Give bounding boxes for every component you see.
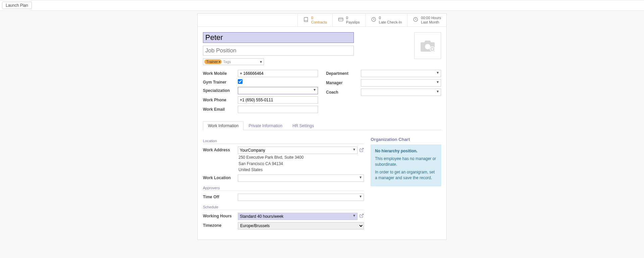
department-label: Department: [326, 71, 361, 76]
address-line2: San Francisco CA 94134: [238, 161, 364, 166]
svg-rect-0: [338, 18, 343, 21]
org-chart-title: Organization Chart: [371, 137, 441, 142]
stat-payslips-label: Payslips: [346, 20, 360, 24]
address-line3: United States: [238, 167, 364, 172]
section-schedule: Schedule: [203, 205, 364, 210]
org-alert-text1: This employee has no manager or subordin…: [375, 156, 437, 167]
specialization-input[interactable]: [238, 87, 318, 94]
avatar-upload[interactable]: [414, 32, 441, 59]
stat-hours-num: 00:00 Hours: [421, 16, 441, 20]
chevron-down-icon[interactable]: ▼: [259, 60, 263, 64]
org-alert-heading: No hierarchy position.: [375, 148, 437, 154]
svg-line-7: [361, 214, 363, 216]
coach-input[interactable]: [361, 89, 441, 96]
stat-hours-label: Last Month: [421, 20, 441, 24]
camera-icon: [420, 39, 436, 52]
stat-contracts[interactable]: 0 Contracts: [298, 14, 332, 27]
section-location: Location: [203, 139, 364, 144]
tags-input[interactable]: Trainer × Tags ▼: [203, 58, 264, 65]
stat-late-label: Late Check-In: [379, 20, 402, 24]
tag-trainer: Trainer ×: [204, 59, 222, 64]
section-approvers: Approvers: [203, 186, 364, 191]
svg-line-6: [361, 148, 363, 150]
work-email-label: Work Email: [203, 107, 238, 112]
work-location-label: Work Location: [203, 174, 238, 180]
working-hours-input[interactable]: [238, 213, 358, 220]
working-hours-label: Working Hours: [203, 213, 238, 218]
stat-payslips[interactable]: 0 Payslips: [332, 14, 365, 27]
stat-late-num: 0: [379, 16, 402, 20]
job-position-input[interactable]: [203, 46, 354, 56]
tab-private-information[interactable]: Private Information: [244, 121, 287, 130]
form-sheet: 0 Contracts 0 Payslips 0 Late Check-In: [197, 13, 447, 240]
tab-work-information[interactable]: Work Information: [203, 121, 244, 130]
stat-hours[interactable]: 00:00 Hours Last Month: [407, 14, 446, 27]
address-line1: 250 Executive Park Blvd, Suite 3400: [238, 155, 364, 160]
launch-plan-button[interactable]: Launch Plan: [2, 2, 32, 9]
work-phone-label: Work Phone: [203, 98, 238, 102]
coach-label: Coach: [326, 90, 361, 95]
work-mobile-input[interactable]: [238, 70, 318, 77]
book-icon: [303, 17, 309, 23]
tabs: Work Information Private Information HR …: [203, 121, 441, 130]
stat-contracts-label: Contracts: [311, 20, 327, 24]
timezone-select[interactable]: Europe/Brussels: [238, 222, 364, 229]
time-off-input[interactable]: [238, 194, 364, 201]
gym-trainer-checkbox[interactable]: [238, 79, 243, 84]
svg-point-4: [425, 44, 430, 49]
tab-hr-settings[interactable]: HR Settings: [287, 121, 319, 130]
card-icon: [338, 17, 343, 23]
clock-icon: [413, 17, 418, 23]
gym-trainer-label: Gym Trainer: [203, 80, 238, 85]
org-alert-text2: In order to get an organigram, set a man…: [375, 169, 437, 181]
external-link-icon[interactable]: [359, 148, 364, 153]
time-off-label: Time Off: [203, 194, 238, 199]
work-email-input[interactable]: [238, 106, 318, 113]
org-chart-alert: No hierarchy position. This employee has…: [371, 145, 441, 186]
work-address-input[interactable]: [238, 147, 358, 154]
stat-late-checkin[interactable]: 0 Late Check-In: [365, 14, 407, 27]
employee-name-input[interactable]: [203, 32, 354, 43]
timezone-label: Timezone: [203, 222, 238, 228]
tags-placeholder: Tags: [223, 60, 258, 64]
external-link-icon[interactable]: [359, 213, 364, 219]
work-address-label: Work Address: [203, 147, 238, 152]
manager-label: Manager: [326, 81, 361, 85]
clock-icon: [371, 17, 376, 23]
work-location-input[interactable]: [238, 174, 364, 182]
manager-input[interactable]: [361, 79, 441, 87]
stat-contracts-num: 0: [311, 16, 327, 20]
department-input[interactable]: [361, 70, 441, 77]
stat-payslips-num: 0: [346, 16, 360, 20]
tag-remove-icon[interactable]: ×: [218, 60, 220, 64]
work-mobile-label: Work Mobile: [203, 71, 238, 76]
stat-button-box: 0 Contracts 0 Payslips 0 Late Check-In: [198, 14, 446, 27]
work-phone-input[interactable]: [238, 96, 318, 104]
specialization-label: Specialization: [203, 88, 238, 93]
tag-label: Trainer: [206, 60, 218, 64]
